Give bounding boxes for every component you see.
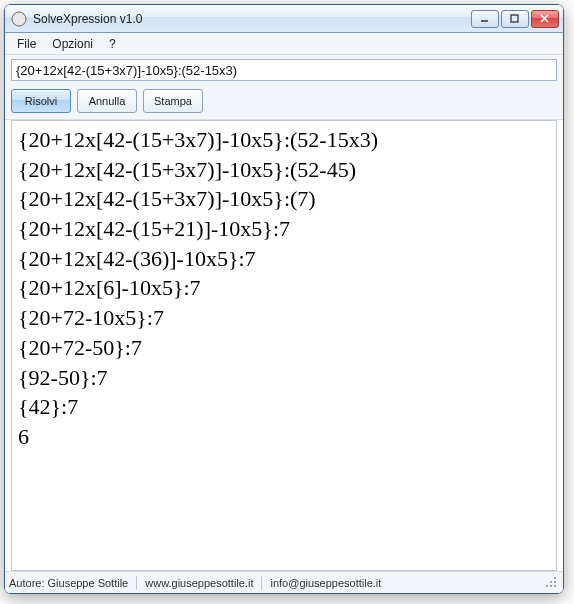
cancel-button[interactable]: Annulla (77, 89, 137, 113)
app-window: SolveXpression v1.0 File Opzioni ? Risol… (4, 4, 564, 594)
input-row (5, 55, 563, 85)
svg-rect-2 (511, 15, 518, 22)
statusbar: Autore: Giuseppe Sottile www.giuseppesot… (5, 571, 563, 593)
close-button[interactable] (531, 10, 559, 28)
solution-step: {42}:7 (18, 392, 550, 422)
solution-step: {20+12x[42-(15+3x7)]-10x5}:(7) (18, 184, 550, 214)
resize-grip-icon[interactable] (545, 576, 559, 590)
minimize-button[interactable] (471, 10, 499, 28)
window-controls (469, 10, 559, 28)
expression-input[interactable] (11, 59, 557, 81)
status-author: Autore: Giuseppe Sottile (9, 577, 128, 589)
status-email: info@giuseppesottile.it (270, 577, 381, 589)
solution-step: {20+72-10x5}:7 (18, 303, 550, 333)
app-icon (11, 11, 27, 27)
solution-step: {20+12x[6]-10x5}:7 (18, 273, 550, 303)
solve-button[interactable]: Risolvi (11, 89, 71, 113)
maximize-button[interactable] (501, 10, 529, 28)
separator (261, 576, 262, 590)
window-title: SolveXpression v1.0 (33, 12, 469, 26)
button-row: Risolvi Annulla Stampa (5, 85, 563, 120)
menu-file[interactable]: File (9, 35, 44, 53)
menu-help[interactable]: ? (101, 35, 124, 53)
separator (136, 576, 137, 590)
solution-step: {92-50}:7 (18, 363, 550, 393)
solution-step: 6 (18, 422, 550, 452)
print-button[interactable]: Stampa (143, 89, 203, 113)
solution-step: {20+12x[42-(15+3x7)]-10x5}:(52-15x3) (18, 125, 550, 155)
solution-step: {20+72-50}:7 (18, 333, 550, 363)
solution-step: {20+12x[42-(15+21)]-10x5}:7 (18, 214, 550, 244)
status-site: www.giuseppesottile.it (145, 577, 253, 589)
solution-step: {20+12x[42-(15+3x7)]-10x5}:(52-45) (18, 155, 550, 185)
svg-point-0 (12, 12, 26, 26)
solution-step: {20+12x[42-(36)]-10x5}:7 (18, 244, 550, 274)
result-area[interactable]: {20+12x[42-(15+3x7)]-10x5}:(52-15x3){20+… (11, 120, 557, 571)
titlebar[interactable]: SolveXpression v1.0 (5, 5, 563, 33)
menu-options[interactable]: Opzioni (44, 35, 101, 53)
menubar: File Opzioni ? (5, 33, 563, 55)
